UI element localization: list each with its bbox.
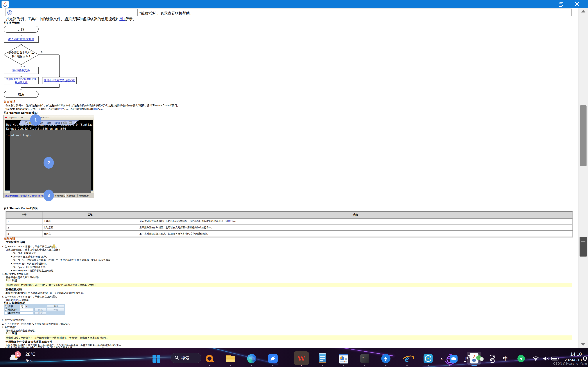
table-row: 3 状态栏 显示实时桌面的提示信息，以及服务器与本地PC之间的通信数据。 xyxy=(6,231,573,237)
svg-text:D: D xyxy=(52,246,53,247)
taskbar-icon-diskgenius[interactable] xyxy=(338,353,349,364)
combo-key-item: • Ctrl+Space: 开启或关闭输入法。 xyxy=(11,266,47,269)
running-dot xyxy=(364,365,365,366)
taskbar-icon-file-explorer[interactable] xyxy=(225,353,236,364)
taskbar-icon-security-tool[interactable] xyxy=(423,353,433,364)
running-dot-active xyxy=(301,365,302,366)
install-vcd-form: 光驱 无 ▼ 连接 镜像文件 浏览 弹出 本地文件夹 浏览 xyxy=(4,304,65,315)
send-keys-title: 发送特殊组合键 xyxy=(6,240,25,244)
flow-start-node: 开始 xyxy=(4,26,39,33)
taskbar-icon-thunder[interactable] xyxy=(268,353,278,364)
search-box[interactable]: 搜索 xyxy=(171,353,201,363)
local-folder-input xyxy=(20,312,33,314)
terminal-line2: Kernel 2.6.32-71.el6.i686 on an i686 xyxy=(6,127,66,131)
table2-link[interactable]: 表2 xyxy=(228,220,232,223)
huawei-logo-icon xyxy=(4,116,8,119)
search-label: 搜索 xyxy=(181,355,190,361)
local-folder-radio-label: 本地文件夹 xyxy=(8,311,20,315)
tray-baidu-netdisk-icon[interactable] xyxy=(450,355,458,363)
tray-volume-muted-icon[interactable] xyxy=(542,356,549,361)
taskbar-icon-edge[interactable] xyxy=(247,353,257,364)
image-install-desc2: 执行本操作前请确认本地PC上存放了“*.iso”格式的光盘镜像文件。 xyxy=(6,346,75,348)
flow-decision-line1: 是否需要在本地PC上 xyxy=(6,51,36,54)
tray-ime-indicator[interactable]: 中 xyxy=(502,355,509,362)
scroll-led xyxy=(61,122,62,124)
weather-temp[interactable]: 28°C xyxy=(25,351,36,357)
hidden-icons-chevron[interactable]: ∧ xyxy=(439,356,444,361)
restore-button[interactable] xyxy=(555,0,566,8)
tray-pixpin-icon[interactable]: P xyxy=(464,355,470,362)
tray-green-app-icon[interactable] xyxy=(518,355,525,362)
scroll-down-arrow[interactable] xyxy=(581,343,585,346)
taskbar-icon-internet-explorer[interactable]: e xyxy=(402,353,412,364)
running-dot xyxy=(251,365,252,366)
cd-dropdown: 无 ▼ xyxy=(20,305,28,308)
tray-clock-time[interactable]: 14:10 xyxy=(560,351,582,357)
flow-use-image-node[interactable]: 使用镜像文件安装虚拟光驱并加载文件 xyxy=(4,77,39,84)
remote-control-areas-table: 序号 区域 功能 1 工具栏 显示您可以对服务器进行远程执行的所有操作。这些操作… xyxy=(6,211,573,237)
fig2-link[interactable]: 图2 xyxy=(59,108,63,110)
taskbar-icon-wps[interactable]: W xyxy=(294,351,309,365)
help-button-desc: “帮助”按钮。表示查看联机帮助。 xyxy=(139,11,193,16)
vertical-scrollbar[interactable] xyxy=(578,8,588,348)
taskbar-icon-terminal[interactable]: >_ xyxy=(360,353,370,364)
flow-use-local-node[interactable]: 使用本地光驱安装虚拟光驱 xyxy=(42,77,77,84)
notifications-bell-icon[interactable] xyxy=(582,355,588,361)
browse-button-2: 浏览 xyxy=(35,312,46,315)
tray-wechat-icon[interactable] xyxy=(476,355,484,362)
minimize-button[interactable] xyxy=(540,0,551,8)
flow-decision-line2: 制作镜像文件？ xyxy=(6,55,36,58)
status-received: Received:2696 xyxy=(53,194,66,197)
close-button[interactable] xyxy=(571,0,582,8)
table3-link[interactable]: 表3 xyxy=(94,108,98,110)
help-content-page: ? “帮助”按钮。表示查看联机帮助。 以光驱为例，工具栏中的镜像文件、虚拟光驱和… xyxy=(0,8,578,348)
status-framenum: FrameNum:63 xyxy=(77,194,89,197)
cd-radio-label: 光驱 xyxy=(8,305,13,308)
caps-label: caps xyxy=(46,122,51,124)
steps-heading: 操作步骤 xyxy=(4,237,16,241)
row1-func: 显示您可以对服务器进行远程执行的所有操作。这些操作以图标按钮的形式体现，如表2所… xyxy=(138,218,573,225)
fig3-link[interactable]: 图3 xyxy=(13,299,17,301)
taskbar-icon-notepad[interactable] xyxy=(317,353,328,364)
col-header-no: 序号 xyxy=(6,211,42,218)
browse-button-1: 浏览 xyxy=(35,308,46,311)
fig2-url-prefix: http://192.168. xyxy=(9,116,24,119)
combo-key-item: • Ctrl+Alt+Del: 锁定操作系统界面、注销用户、更改密码和打开任务管… xyxy=(11,259,113,262)
start-button[interactable] xyxy=(152,355,161,363)
weather-widget[interactable]: 1 xyxy=(9,354,21,362)
flow-make-image-node[interactable]: 制作镜像文件 xyxy=(4,67,39,74)
scroll-label: scroll xyxy=(55,122,60,124)
taskbar-icon-lightning-app[interactable] xyxy=(381,353,391,364)
scrollbar-grip[interactable] xyxy=(579,237,587,257)
neon-line xyxy=(267,348,394,356)
running-dot xyxy=(322,365,323,366)
scroll-up-arrow[interactable] xyxy=(581,10,585,12)
dropdown-arrow-icon: ▼ xyxy=(25,305,28,308)
tray-wifi-icon[interactable] xyxy=(533,356,539,361)
note1-label: 说明: xyxy=(12,279,18,282)
flow-no-label: 否 xyxy=(40,50,43,54)
note2-box: 安装成功后，单击“断开”，在弹出的“选择一个选项”对话框中单击“是”，卸载服务器… xyxy=(6,335,572,340)
caps-led xyxy=(53,122,53,124)
tray-toggle-tool-icon[interactable] xyxy=(490,355,495,362)
note1-text: 如果您需要自定义组合键，请在“自定义”后的文本框中依次输入按键，然后单击“发送”… xyxy=(6,283,98,287)
fig1-link[interactable]: 图1 xyxy=(120,17,125,21)
image-file-radio xyxy=(5,309,7,311)
window-titlebar xyxy=(0,0,588,8)
combo-key-item: • Ctrl+Shift: 切换输入法。 xyxy=(11,251,38,255)
terminal-line3: localhost login: xyxy=(6,134,33,137)
running-dot xyxy=(385,365,386,366)
row1-area: 工具栏 xyxy=(42,218,138,225)
step-install-2: 2. 选中“光驱”单选按钮。 xyxy=(2,318,27,322)
flow-enter-console-node[interactable]: 进入远程虚拟控制台 xyxy=(4,36,39,43)
image-file-radio-label: 镜像文件 xyxy=(8,308,18,311)
combo-key-item: • ResetKeyboad: 模拟弹起键盘上的按键。 xyxy=(11,269,56,272)
image-install-title: 使用镜像文件安装虚拟光驱并加载文件 xyxy=(6,340,52,344)
tray-clock-date[interactable]: 2024/6/18 xyxy=(556,358,582,362)
note2-label: 说明: xyxy=(12,332,18,335)
desktop-screen: ? “帮助”按钮。表示查看联机帮助。 以光驱为例，工具栏中的镜像文件、虚拟光驱和… xyxy=(0,0,588,367)
weather-condition[interactable]: 多云 xyxy=(25,358,33,363)
ui-desc-p1: 在左侧导航树中，选择“远程控制”，在“远程控制”界面中单击“远程虚拟控制台(共享… xyxy=(6,104,180,107)
scrollbar-thumb[interactable] xyxy=(580,105,587,166)
taskbar-icon-everything[interactable] xyxy=(204,353,215,364)
